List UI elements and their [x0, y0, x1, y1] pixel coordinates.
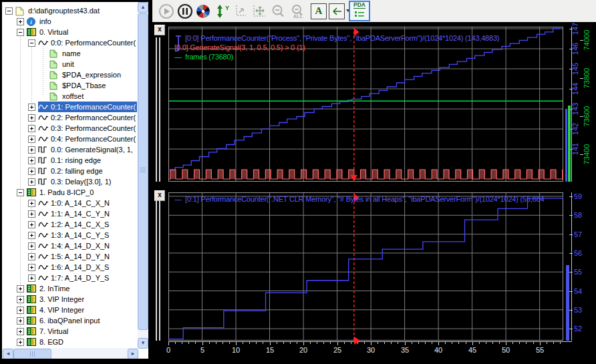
tree-item[interactable]: 0.1: rising edge	[2, 155, 138, 166]
x-tick-mark	[445, 342, 446, 344]
zoom-time-button[interactable]	[232, 2, 249, 20]
x-tick-label: 5	[192, 346, 212, 354]
marker-wheel-button[interactable]	[194, 2, 212, 20]
tree-item[interactable]: 0:2: PerformanceCounter(	[2, 112, 138, 123]
tree-item[interactable]: 6. ibaQPanel input	[2, 315, 138, 326]
chart-close-button[interactable]: x	[154, 25, 165, 35]
pause-button[interactable]	[176, 2, 194, 20]
y-tick-label: 146	[571, 41, 579, 57]
tree-item[interactable]: 1:5: A_14_D_Y_N	[2, 251, 138, 262]
tree-item[interactable]: 1:2: A_14_C_X_S	[2, 219, 138, 230]
cursor-axis-marker-icon[interactable]	[354, 337, 360, 345]
tree-item[interactable]: 3. VIP Integer	[2, 294, 138, 305]
tree-item[interactable]: $PDA_expression	[2, 69, 138, 80]
expand-plus-icon[interactable]	[28, 125, 35, 132]
expand-plus-icon[interactable]	[17, 18, 24, 25]
zoom-out-all-button[interactable]: ALL	[289, 2, 307, 20]
tree-item[interactable]: 1:4: A_14_D_X_N	[2, 240, 138, 251]
tree-item[interactable]: 1:7: A_14_D_Y_S	[2, 272, 138, 283]
tree-vscrollbar-thumb[interactable]	[138, 13, 148, 330]
collapse-minus-icon[interactable]	[28, 39, 35, 47]
annotation-a-button[interactable]: A	[310, 2, 327, 20]
expand-plus-icon[interactable]	[28, 114, 35, 122]
tree-item[interactable]: xoffset	[2, 91, 138, 102]
expand-plus-icon[interactable]	[28, 200, 35, 207]
collapse-minus-icon[interactable]	[5, 7, 13, 15]
tree-item[interactable]: 0.3: Delay([3.0], 1)	[2, 176, 138, 187]
thumb-grip	[30, 351, 31, 357]
square-icon	[38, 167, 49, 176]
expand-plus-icon[interactable]	[28, 253, 35, 260]
expand-plus-icon[interactable]	[28, 168, 35, 175]
scroll-left-button[interactable]: ◂	[3, 349, 13, 359]
y-tick-label: 142	[571, 121, 579, 137]
tree-item[interactable]: iinfo	[2, 16, 138, 27]
expand-plus-icon[interactable]	[28, 242, 35, 250]
autoscale-y-button[interactable]: Y	[213, 2, 231, 20]
scroll-down-button[interactable]: ▾	[138, 338, 148, 349]
x-tick-mark	[283, 342, 284, 344]
tree-item[interactable]: $PDA_Tbase	[2, 80, 138, 91]
tree-item[interactable]: 0.2: falling edge	[2, 166, 138, 176]
tree-item[interactable]: 2. InTime	[2, 283, 138, 294]
x-tick-mark	[438, 342, 439, 345]
scroll-right-button[interactable]: ▸	[128, 349, 138, 359]
tree-item[interactable]: name	[2, 48, 138, 59]
back-arrow-button[interactable]	[328, 2, 345, 20]
expand-plus-icon[interactable]	[28, 221, 35, 228]
x-tick-mark	[519, 342, 520, 344]
pan-button[interactable]	[251, 2, 268, 20]
x-tick-mark	[270, 342, 271, 345]
expand-plus-icon[interactable]	[28, 210, 35, 218]
tree-item-label: d:\dat\grouptest43.dat	[27, 5, 101, 16]
sine-icon	[38, 39, 49, 47]
tree-item[interactable]: 1:6: A_14_D_X_S	[2, 262, 138, 272]
expand-plus-icon[interactable]	[17, 296, 24, 303]
tree-item[interactable]: 1:1: A_14_C_Y_N	[2, 208, 138, 219]
tree-item[interactable]: 7. Virtual	[2, 326, 138, 337]
x-tick-mark	[303, 342, 304, 345]
tree-item[interactable]: 8. EGD	[2, 337, 138, 347]
bottom-chart-plot[interactable]	[168, 192, 563, 341]
tree-item[interactable]: 1. Padu 8-ICP_0	[2, 187, 138, 198]
expand-plus-icon[interactable]	[28, 264, 35, 271]
scroll-up-button[interactable]: ▴	[138, 2, 148, 13]
tree-item[interactable]: 0:0: PerformanceCounter(	[2, 37, 138, 48]
play-button[interactable]	[158, 2, 175, 20]
sine-icon	[38, 274, 49, 283]
expand-plus-icon[interactable]	[28, 136, 35, 143]
tree-item[interactable]: 0:3: PerformanceCounter(	[2, 123, 138, 134]
collapse-minus-icon[interactable]	[17, 189, 24, 196]
expand-plus-icon[interactable]	[28, 157, 35, 164]
tree-item[interactable]: 0:1: PerformanceCounter(	[2, 102, 138, 112]
expand-plus-icon[interactable]	[17, 317, 24, 325]
tree-item[interactable]: unit	[2, 59, 138, 69]
expand-plus-icon[interactable]	[28, 178, 35, 186]
expand-plus-icon[interactable]	[17, 339, 24, 346]
x-tick-mark	[364, 342, 365, 344]
square-icon	[38, 178, 49, 186]
expand-plus-icon[interactable]	[28, 104, 35, 111]
zoom-out-button[interactable]	[269, 2, 287, 20]
tree-hscrollbar-thumb[interactable]	[13, 349, 51, 359]
collapse-minus-icon[interactable]	[17, 29, 24, 36]
expand-plus-icon[interactable]	[28, 275, 35, 282]
tree-item-label: 6. ibaQPanel input	[38, 315, 102, 326]
expand-plus-icon[interactable]	[17, 285, 24, 293]
pan-icon	[251, 3, 267, 19]
expand-plus-icon[interactable]	[28, 232, 35, 239]
tree-item[interactable]: 1:0: A_14_C_X_N	[2, 198, 138, 208]
tree-item[interactable]: 1:3: A_14_C_Y_S	[2, 230, 138, 240]
expand-plus-icon[interactable]	[17, 307, 24, 314]
tree-item[interactable]: 0.0: GenerateSignal(3, 1,	[2, 144, 138, 155]
pda-view-button[interactable]: PDA	[349, 1, 370, 21]
square-icon	[38, 156, 49, 165]
tree-item[interactable]: 0:4: PerformanceCounter(	[2, 134, 138, 144]
expand-plus-icon[interactable]	[17, 328, 24, 335]
tree-item[interactable]: 4. VIP Integer	[2, 305, 138, 315]
tree-item[interactable]: d:\dat\grouptest43.dat	[2, 5, 138, 16]
tree-item[interactable]: 0. Virtual	[2, 27, 138, 37]
tree-item-content: name	[49, 48, 82, 59]
x-tick-mark	[236, 342, 237, 345]
expand-plus-icon[interactable]	[28, 146, 35, 154]
